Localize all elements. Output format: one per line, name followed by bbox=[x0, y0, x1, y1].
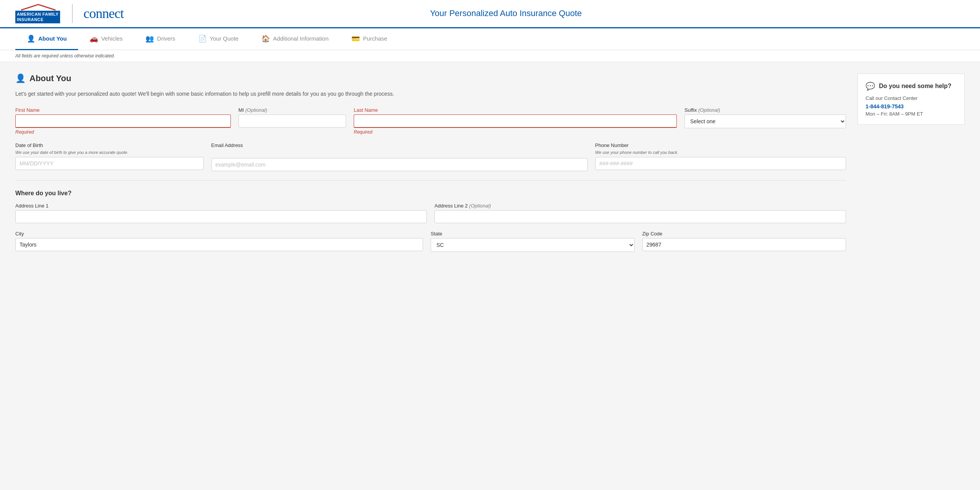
dob-label: Date of Birth bbox=[15, 142, 204, 148]
state-label: State bbox=[431, 231, 635, 237]
page-header: AMERICAN FAMILY INSURANCE connect Your P… bbox=[0, 0, 980, 28]
suffix-select[interactable]: Select one Jr. Sr. II III IV bbox=[684, 114, 846, 128]
last-name-label: Last Name bbox=[354, 107, 677, 113]
section-heading: 👤 About You bbox=[15, 74, 846, 83]
state-group: State SC AL AK AZ CA CO FL GA NC NY TX V… bbox=[431, 231, 635, 252]
dob-input[interactable] bbox=[15, 157, 204, 170]
logo-area: AMERICAN FAMILY INSURANCE connect bbox=[15, 4, 124, 23]
tab-about-you[interactable]: 👤 About You bbox=[15, 28, 78, 50]
address-heading: Where do you live? bbox=[15, 190, 846, 197]
quote-icon: 📄 bbox=[198, 34, 207, 43]
address-row-1: Address Line 1 Address Line 2 (Optional) bbox=[15, 203, 846, 223]
addr2-input[interactable] bbox=[434, 210, 846, 223]
help-hours: Mon – Fri: 8AM – 9PM ET bbox=[866, 111, 957, 117]
email-label: Email Address bbox=[211, 142, 588, 148]
main-content: 👤 About You Let's get started with your … bbox=[0, 62, 980, 271]
first-name-input[interactable] bbox=[15, 114, 231, 128]
suffix-group: Suffix (Optional) Select one Jr. Sr. II … bbox=[684, 107, 846, 128]
nav-tabs: 👤 About You 🚗 Vehicles 👥 Drivers 📄 Your … bbox=[0, 28, 980, 50]
mi-input[interactable] bbox=[238, 114, 346, 127]
name-row: First Name Required MI (Optional) Last N… bbox=[15, 107, 846, 135]
help-chat-icon: 💬 bbox=[866, 82, 875, 91]
drivers-icon: 👥 bbox=[145, 34, 154, 43]
address-row-2: City State SC AL AK AZ CA CO FL GA NC NY… bbox=[15, 231, 846, 252]
dob-sublabel: We use your date of birth to give you a … bbox=[15, 150, 204, 155]
additional-icon: 🏠 bbox=[261, 34, 270, 43]
phone-input[interactable] bbox=[595, 157, 846, 170]
section-person-icon: 👤 bbox=[15, 74, 26, 83]
addr1-group: Address Line 1 bbox=[15, 203, 427, 223]
sub-header: All fields are required unless otherwise… bbox=[0, 50, 980, 62]
addr1-input[interactable] bbox=[15, 210, 427, 223]
help-title: Do you need some help? bbox=[879, 83, 951, 90]
section-description: Let's get started with your personalized… bbox=[15, 90, 846, 98]
help-header: 💬 Do you need some help? bbox=[866, 82, 957, 91]
addr1-label: Address Line 1 bbox=[15, 203, 427, 209]
zip-input[interactable] bbox=[642, 238, 846, 251]
email-input[interactable] bbox=[211, 158, 588, 171]
logo-box: AMERICAN FAMILY INSURANCE bbox=[15, 4, 61, 23]
sidebar: 💬 Do you need some help? Call our Contac… bbox=[858, 74, 965, 260]
form-area: 👤 About You Let's get started with your … bbox=[15, 74, 846, 260]
tab-your-quote[interactable]: 📄 Your Quote bbox=[187, 28, 250, 50]
phone-label: Phone Number bbox=[595, 142, 846, 148]
city-input[interactable] bbox=[15, 238, 423, 251]
page-title: Your Personalized Auto Insurance Quote bbox=[430, 8, 582, 18]
section-divider bbox=[15, 180, 846, 181]
addr2-group: Address Line 2 (Optional) bbox=[434, 203, 846, 223]
first-name-group: First Name Required bbox=[15, 107, 231, 135]
city-group: City bbox=[15, 231, 423, 251]
help-phone-link[interactable]: 1-844-819-7543 bbox=[866, 103, 904, 109]
mi-group: MI (Optional) bbox=[238, 107, 346, 127]
addr2-label: Address Line 2 (Optional) bbox=[434, 203, 846, 209]
last-name-error: Required bbox=[354, 129, 677, 135]
contact-row: Date of Birth We use your date of birth … bbox=[15, 142, 846, 171]
tab-vehicles[interactable]: 🚗 Vehicles bbox=[78, 28, 134, 50]
purchase-icon: 💳 bbox=[351, 34, 360, 43]
phone-group: Phone Number We use your phone number to… bbox=[595, 142, 846, 170]
car-icon: 🚗 bbox=[90, 34, 98, 43]
mi-label: MI (Optional) bbox=[238, 107, 346, 113]
first-name-label: First Name bbox=[15, 107, 231, 113]
zip-label: Zip Code bbox=[642, 231, 846, 237]
logo-name: AMERICAN FAMILY INSURANCE bbox=[15, 11, 60, 23]
last-name-group: Last Name Required bbox=[354, 107, 677, 135]
tab-purchase[interactable]: 💳 Purchase bbox=[340, 28, 399, 50]
dob-group: Date of Birth We use your date of birth … bbox=[15, 142, 204, 170]
first-name-error: Required bbox=[15, 129, 231, 135]
logo-divider bbox=[72, 4, 73, 23]
email-group: Email Address bbox=[211, 142, 588, 171]
zip-group: Zip Code bbox=[642, 231, 846, 251]
help-contact-text: Call our Contact Center bbox=[866, 95, 957, 101]
help-box: 💬 Do you need some help? Call our Contac… bbox=[858, 74, 965, 125]
tab-additional-info[interactable]: 🏠 Additional Information bbox=[250, 28, 340, 50]
tab-drivers[interactable]: 👥 Drivers bbox=[134, 28, 187, 50]
logo-connect: connect bbox=[83, 5, 124, 21]
phone-sublabel: We use your phone number to call you bac… bbox=[595, 150, 846, 155]
last-name-input[interactable] bbox=[354, 114, 677, 128]
logo-roof-icon bbox=[15, 4, 61, 11]
suffix-label: Suffix (Optional) bbox=[684, 107, 846, 113]
state-select[interactable]: SC AL AK AZ CA CO FL GA NC NY TX VA WI bbox=[431, 238, 635, 252]
person-icon: 👤 bbox=[27, 34, 35, 43]
city-label: City bbox=[15, 231, 423, 237]
